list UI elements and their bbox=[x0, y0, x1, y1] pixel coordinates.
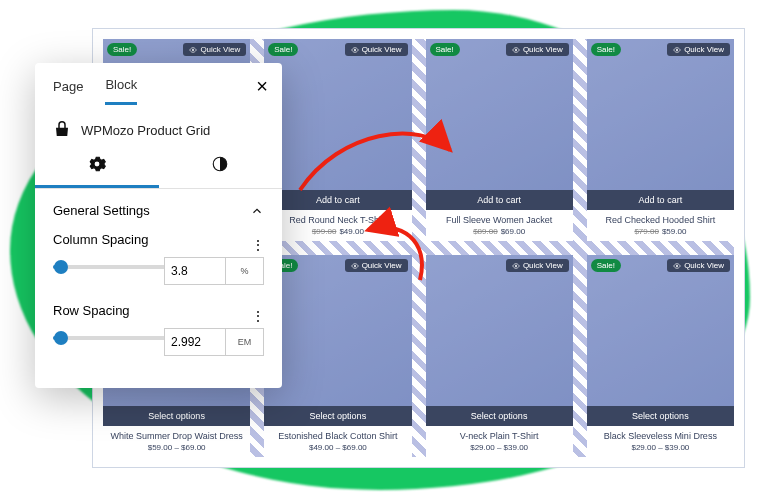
sale-badge: Sale! bbox=[591, 43, 621, 56]
quick-view-button[interactable]: Quick View bbox=[506, 259, 569, 272]
gear-icon bbox=[88, 155, 106, 173]
product-name: V-neck Plain T-Shirt bbox=[431, 431, 568, 441]
contrast-icon bbox=[211, 155, 229, 173]
row-spacing-control: Row Spacing ⋮ EM bbox=[53, 303, 264, 356]
quick-view-button[interactable]: Quick View bbox=[345, 259, 408, 272]
select-options-button[interactable]: Select options bbox=[264, 406, 411, 426]
quick-view-button[interactable]: Quick View bbox=[183, 43, 246, 56]
product-name: Red Checked Hooded Shirt bbox=[592, 215, 729, 225]
add-to-cart-button[interactable]: Add to cart bbox=[587, 190, 734, 210]
product-card[interactable]: Sale! Quick View Add to cart Red Round N… bbox=[264, 39, 411, 241]
svg-point-1 bbox=[354, 49, 356, 51]
add-to-cart-button[interactable]: Add to cart bbox=[426, 190, 573, 210]
sale-badge: Sale! bbox=[591, 259, 621, 272]
block-settings-panel: Page Block × WPMozo Product Grid General… bbox=[35, 63, 282, 388]
close-icon[interactable]: × bbox=[256, 75, 268, 98]
svg-point-7 bbox=[676, 265, 678, 267]
product-price: $49.00 – $69.00 bbox=[269, 443, 406, 452]
column-spacing-label: Column Spacing bbox=[53, 232, 148, 247]
tab-page[interactable]: Page bbox=[53, 79, 83, 104]
svg-point-3 bbox=[676, 49, 678, 51]
row-spacing-input[interactable] bbox=[165, 329, 225, 355]
sale-badge: Sale! bbox=[268, 43, 298, 56]
product-name: White Summer Drop Waist Dress bbox=[108, 431, 245, 441]
product-name: Black Sleeveless Mini Dress bbox=[592, 431, 729, 441]
product-card[interactable]: Quick View Select options V-neck Plain T… bbox=[426, 255, 573, 457]
product-price: $29.00 – $39.00 bbox=[592, 443, 729, 452]
row-spacing-unit[interactable]: EM bbox=[225, 329, 263, 355]
quick-view-button[interactable]: Quick View bbox=[667, 259, 730, 272]
sale-badge: Sale! bbox=[430, 43, 460, 56]
select-options-button[interactable]: Select options bbox=[103, 406, 250, 426]
product-name: Red Round Neck T-Shirt bbox=[269, 215, 406, 225]
shop-icon bbox=[53, 121, 71, 139]
select-options-button[interactable]: Select options bbox=[426, 406, 573, 426]
product-card[interactable]: Sale! Quick View Add to cart Full Sleeve… bbox=[426, 39, 573, 241]
quick-view-button[interactable]: Quick View bbox=[667, 43, 730, 56]
column-spacing-control: Column Spacing ⋮ % bbox=[53, 232, 264, 285]
column-spacing-unit[interactable]: % bbox=[225, 258, 263, 284]
settings-tab[interactable] bbox=[35, 147, 159, 188]
select-options-button[interactable]: Select options bbox=[587, 406, 734, 426]
more-options-icon[interactable]: ⋮ bbox=[251, 237, 264, 253]
quick-view-button[interactable]: Quick View bbox=[506, 43, 569, 56]
product-price: $79.00$59.00 bbox=[592, 227, 729, 236]
product-name: Estonished Black Cotton Shirt bbox=[269, 431, 406, 441]
product-price: $99.00$49.00 bbox=[269, 227, 406, 236]
product-card[interactable]: Sale! Quick View Select options Black Sl… bbox=[587, 255, 734, 457]
product-price: $29.00 – $39.00 bbox=[431, 443, 568, 452]
add-to-cart-button[interactable]: Add to cart bbox=[264, 190, 411, 210]
tab-block[interactable]: Block bbox=[105, 77, 137, 105]
row-spacing-label: Row Spacing bbox=[53, 303, 130, 318]
styles-tab[interactable] bbox=[159, 147, 283, 188]
product-price: $59.00 – $69.00 bbox=[108, 443, 245, 452]
chevron-up-icon[interactable] bbox=[250, 204, 264, 218]
block-name: WPMozo Product Grid bbox=[81, 123, 210, 138]
column-spacing-input[interactable] bbox=[165, 258, 225, 284]
svg-point-2 bbox=[515, 49, 517, 51]
svg-point-5 bbox=[354, 265, 356, 267]
product-name: Full Sleeve Women Jacket bbox=[431, 215, 568, 225]
product-card[interactable]: Sale! Quick View Select options Estonish… bbox=[264, 255, 411, 457]
svg-point-6 bbox=[515, 265, 517, 267]
product-price: $89.00$69.00 bbox=[431, 227, 568, 236]
svg-point-0 bbox=[192, 49, 194, 51]
more-options-icon[interactable]: ⋮ bbox=[251, 308, 264, 324]
quick-view-button[interactable]: Quick View bbox=[345, 43, 408, 56]
product-card[interactable]: Sale! Quick View Add to cart Red Checked… bbox=[587, 39, 734, 241]
section-title: General Settings bbox=[53, 203, 150, 218]
sale-badge: Sale! bbox=[107, 43, 137, 56]
